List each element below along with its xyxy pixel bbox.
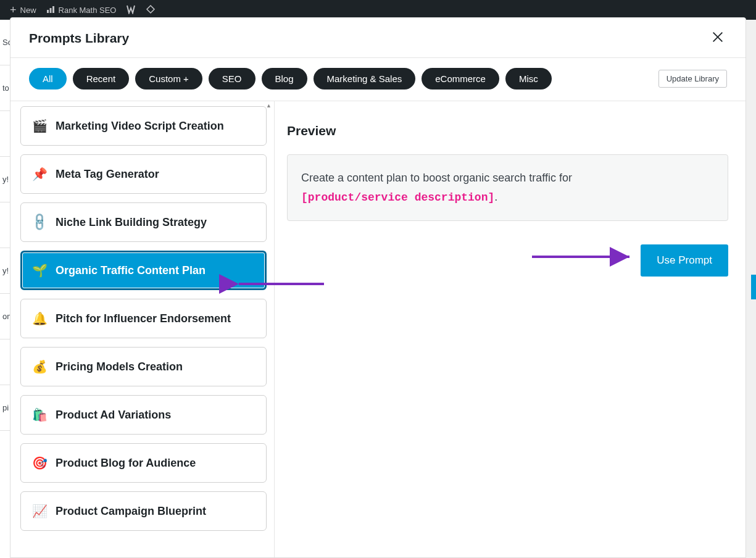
prompt-label: Pricing Models Creation — [56, 360, 183, 373]
preview-placeholder-token: [product/service description] — [301, 191, 494, 204]
modal-header: Prompts Library — [10, 18, 746, 58]
diamond-icon — [146, 4, 156, 16]
filter-custom[interactable]: Custom + — [135, 68, 202, 90]
filter-recent[interactable]: Recent — [73, 68, 130, 90]
new-label: New — [20, 6, 36, 15]
prompt-item-pricing-models[interactable]: 💰 Pricing Models Creation — [20, 347, 267, 386]
prompt-label: Meta Tag Generator — [56, 168, 159, 181]
admin-bar-rank-math[interactable]: Rank Math SEO — [41, 5, 122, 15]
prompt-label: Product Ad Variations — [56, 409, 171, 422]
clapperboard-icon: 🎬 — [32, 119, 47, 133]
modal-body: ▲ 🎬 Marketing Video Script Creation 📌 Me… — [10, 101, 746, 557]
target-icon: 🎯 — [32, 456, 47, 470]
prompt-label: Product Blog for Audience — [56, 457, 196, 470]
preview-title: Preview — [287, 123, 728, 138]
link-icon: 🔗 — [29, 212, 50, 233]
background-blue-stub — [751, 275, 756, 299]
chart-icon: 📈 — [32, 504, 47, 518]
prompt-item-influencer-pitch[interactable]: 🔔 Pitch for Influencer Endorsement — [20, 299, 267, 338]
rank-math-icon — [46, 5, 55, 15]
prompt-item-meta-tag[interactable]: 📌 Meta Tag Generator — [20, 154, 267, 194]
filter-bar: All Recent Custom + SEO Blog Marketing &… — [10, 58, 746, 101]
prompt-label: Niche Link Building Strategy — [56, 216, 207, 229]
rank-math-label: Rank Math SEO — [59, 6, 117, 15]
filter-misc[interactable]: Misc — [505, 68, 552, 90]
plus-icon: + — [10, 4, 17, 15]
admin-bar-new[interactable]: + New — [5, 4, 41, 15]
prompt-list[interactable]: 🎬 Marketing Video Script Creation 📌 Meta… — [10, 101, 274, 557]
svg-rect-2 — [52, 6, 54, 13]
preview-panel: Preview Create a content plan to boost o… — [275, 101, 746, 557]
prompt-label: Marketing Video Script Creation — [56, 120, 224, 133]
bell-icon: 🔔 — [32, 311, 47, 326]
svg-rect-1 — [49, 8, 51, 13]
filter-ecommerce[interactable]: eCommerce — [422, 68, 499, 90]
prompt-item-organic-traffic[interactable]: 🌱 Organic Traffic Content Plan — [20, 251, 267, 290]
filter-pills: All Recent Custom + SEO Blog Marketing &… — [29, 68, 552, 90]
prompt-item-product-ad[interactable]: 🛍️ Product Ad Variations — [20, 395, 267, 435]
close-button[interactable] — [708, 29, 727, 48]
prompt-item-marketing-video[interactable]: 🎬 Marketing Video Script Creation — [20, 106, 267, 146]
preview-text-before: Create a content plan to boost organic s… — [301, 172, 572, 184]
filter-seo[interactable]: SEO — [209, 68, 255, 90]
money-bag-icon: 💰 — [32, 359, 47, 374]
wiz-icon — [126, 4, 136, 16]
admin-bar-wiz[interactable] — [121, 4, 141, 16]
prompt-label: Organic Traffic Content Plan — [56, 264, 206, 277]
seedling-icon: 🌱 — [32, 263, 47, 278]
close-icon — [711, 30, 725, 44]
use-prompt-row: Use Prompt — [287, 244, 728, 277]
update-library-button[interactable]: Update Library — [658, 70, 727, 88]
prompts-library-modal: Prompts Library All Recent Custom + SEO … — [10, 17, 746, 558]
scroll-up-icon[interactable]: ▲ — [266, 102, 272, 109]
prompt-item-product-campaign[interactable]: 📈 Product Campaign Blueprint — [20, 491, 267, 531]
svg-rect-0 — [47, 10, 49, 13]
shopping-bags-icon: 🛍️ — [32, 407, 47, 422]
filter-blog[interactable]: Blog — [262, 68, 307, 90]
admin-bar-diamond[interactable] — [141, 4, 160, 16]
use-prompt-button[interactable]: Use Prompt — [641, 244, 728, 277]
prompt-item-product-blog[interactable]: 🎯 Product Blog for Audience — [20, 443, 267, 483]
preview-text-after: . — [494, 191, 497, 203]
prompt-list-container: ▲ 🎬 Marketing Video Script Creation 📌 Me… — [10, 101, 275, 557]
modal-title: Prompts Library — [29, 31, 129, 46]
prompt-label: Pitch for Influencer Endorsement — [56, 312, 231, 325]
preview-content: Create a content plan to boost organic s… — [287, 154, 728, 221]
filter-marketing-sales[interactable]: Marketing & Sales — [314, 68, 416, 90]
prompt-label: Product Campaign Blueprint — [56, 505, 206, 518]
prompt-item-niche-link[interactable]: 🔗 Niche Link Building Strategy — [20, 202, 267, 242]
filter-all[interactable]: All — [29, 68, 67, 90]
pin-icon: 📌 — [32, 167, 47, 181]
